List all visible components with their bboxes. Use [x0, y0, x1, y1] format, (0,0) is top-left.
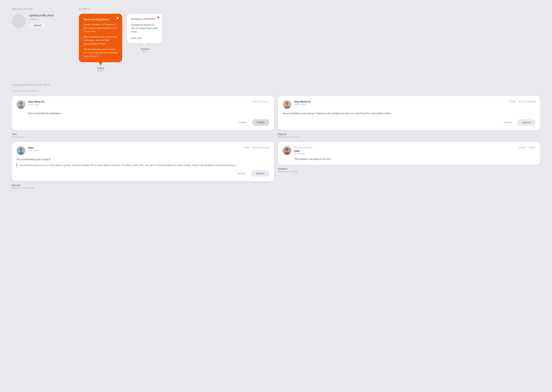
post-card-time: 54 min ago [28, 103, 249, 105]
request-2-decline-button[interactable]: Decline [234, 170, 249, 176]
invitation-card-name: Kalo [294, 149, 516, 152]
request-card-1-header: Aloa Nona Fu 100% match Profile Request … [283, 100, 535, 109]
invitation-label-main: Invitation [278, 168, 540, 170]
invitation-card: You was invited by Kalo 25 min ago Profi… [278, 142, 540, 165]
post-decline-button[interactable]: Decline [236, 119, 250, 126]
general-tail [143, 43, 147, 46]
general-bubble-wrapper: Introducing a new feature. To postpone r… [127, 14, 162, 53]
invitation-card-wrapper: You was invited by Kalo 25 min ago Profi… [278, 142, 540, 189]
critical-para2: After that please work on the Posts mode… [84, 35, 117, 46]
invitation-invited-by: You was invited by [294, 146, 516, 149]
critical-sublabel: White [79, 70, 122, 72]
request-card-2: Kalo 23% match Profile Request Details N… [12, 142, 274, 181]
request-1-approve-button[interactable]: Approve [517, 119, 535, 126]
general-label-block: General White [127, 48, 162, 53]
request-card-1-wrapper: Aloa Nona Fu 100% match Profile Request … [278, 96, 540, 138]
request-card-1: Aloa Nona Fu 100% match Profile Request … [278, 96, 540, 130]
invitation-card-time: 25 min ago [294, 152, 516, 155]
invitation-card-body: This invitation will expire in 24 hour. [283, 158, 535, 161]
post-card-footer: Decline Publish [17, 119, 269, 126]
request-card-1-name: Aloa Nona Fu [294, 100, 507, 103]
post-pending-reason: Pending Reason [252, 100, 269, 103]
invitation-card-label: Invitation New admin invitation [278, 168, 540, 173]
combined-section-label: COMBINED BLOCKS OF INFO [12, 84, 540, 86]
request-card-2-details-link[interactable]: Request Details [253, 146, 269, 149]
critical-tail [99, 62, 102, 66]
combined-section: COMBINED BLOCKS OF INFO Posts, Requests,… [12, 84, 540, 189]
invitation-card-links: Profile Details [519, 146, 535, 149]
combined-section-sub: Posts, Requests, Invitations [12, 90, 540, 92]
request-card-1-meta: Aloa Nona Fu 100% match [294, 100, 507, 105]
request-card-1-body: Good candidate to join Group A. Based on… [283, 112, 535, 115]
general-para1: Introducing a new feature. [131, 17, 159, 21]
upload-card: Upload profile photo .png only Upload [12, 14, 67, 28]
request-card-2-profile-link[interactable]: Profile [243, 146, 250, 149]
request-card-1-profile-link[interactable]: Profile [509, 100, 516, 103]
request-card-2-links: Profile Request Details [243, 146, 269, 149]
combined-grid: Aloa Nona Fu 54 min ago Pending Reason N… [12, 96, 540, 189]
invitation-card-meta: You was invited by Kalo 25 min ago [294, 146, 516, 155]
post-card-label: Post Pended post. [12, 133, 274, 138]
request-card-1-label: Request Request to join a group [278, 133, 540, 138]
request-card-2-warning: Kalo has been trying to join too many di… [17, 163, 269, 167]
request-card-1-links: Profile Request Details [509, 100, 535, 103]
critical-label: Critical [79, 67, 122, 70]
invitation-details-link[interactable]: Details [528, 146, 535, 149]
general-bubble: Introducing a new feature. To postpone r… [127, 14, 162, 43]
alerts-row: Good morning Maxim ! Please complete a 1… [79, 14, 540, 72]
svg-point-4 [285, 102, 289, 105]
post-publish-button[interactable]: Publish [252, 119, 269, 126]
request-card-1-footer: Decline Approve [283, 119, 535, 126]
upload-section: UPLOAD PHOTO Upload profile photo .png o… [12, 8, 67, 72]
upload-section-label: UPLOAD PHOTO [12, 8, 67, 10]
alerts-section: ALERTS Good morning Maxim ! Please compl… [79, 8, 540, 72]
invitation-label-sub: New admin invitation [278, 170, 540, 173]
post-avatar-svg [17, 100, 25, 109]
upload-heading: Upload profile photo [29, 14, 54, 17]
post-card-name: Aloa Nona Fu [28, 100, 249, 103]
request-2-approve-button[interactable]: Approve [251, 170, 269, 177]
request-1-label-main: Request [278, 133, 540, 136]
svg-point-7 [19, 148, 22, 151]
alerts-section-label: ALERTS [79, 8, 540, 10]
critical-greeting: Good morning Maxim ! [84, 18, 117, 21]
request-card-2-label: Request Request to join a group [12, 184, 274, 189]
upload-button[interactable]: Upload [29, 22, 45, 28]
request-card-2-wrapper: Kalo 23% match Profile Request Details N… [12, 142, 274, 189]
request-card-2-meta: Kalo 23% match [28, 146, 240, 152]
request1-avatar-svg [283, 100, 291, 109]
post-label-main: Post [12, 133, 274, 136]
post-card-wrapper: Aloa Nona Fu 54 min ago Pending Reason N… [12, 96, 274, 138]
post-card-avatar [17, 100, 25, 109]
upload-subtext: .png only [29, 18, 54, 20]
request-card-2-header: Kalo 23% match Profile Request Details [17, 146, 269, 155]
invitation-profile-link[interactable]: Profile [519, 146, 525, 149]
request-card-2-footer: Decline Approve [17, 170, 269, 177]
request-2-label-main: Request [12, 184, 274, 187]
critical-bubble-wrapper: Good morning Maxim ! Please complete a 1… [79, 14, 122, 72]
post-label-sub: Pended post. [12, 136, 274, 138]
request-card-1-avatar [283, 100, 291, 109]
general-label: General [127, 48, 162, 50]
critical-label-block: Critical White [79, 67, 122, 72]
critical-bubble: Good morning Maxim ! Please complete a 1… [79, 14, 122, 62]
critical-para3: The all moderation work for today won't … [84, 48, 117, 58]
svg-point-10 [285, 148, 289, 151]
post-card-body: Not recomended for publication. [17, 112, 269, 115]
svg-point-1 [19, 102, 22, 105]
request-card-1-details-link[interactable]: Request Details [519, 100, 535, 103]
request-1-decline-button[interactable]: Decline [501, 119, 515, 126]
learn-more-link[interactable]: Learn more. [131, 37, 143, 40]
critical-para1: Please complete a 12 Requests to join a … [84, 23, 117, 33]
invitation-card-header: You was invited by Kalo 25 min ago Profi… [283, 146, 535, 155]
avatar-placeholder [12, 14, 26, 28]
post-card-header: Aloa Nona Fu 54 min ago Pending Reason [17, 100, 269, 109]
post-card: Aloa Nona Fu 54 min ago Pending Reason N… [12, 96, 274, 130]
post-card-actions-top: Pending Reason [252, 100, 269, 103]
request2-avatar-svg [17, 146, 25, 155]
request-card-2-name: Kalo [28, 146, 240, 149]
request-1-label-sub: Request to join a group [278, 136, 540, 138]
general-para2: To postpone request you now can simply d… [131, 23, 159, 34]
invitation-avatar-svg [283, 146, 291, 155]
general-sublabel: White [127, 50, 162, 53]
